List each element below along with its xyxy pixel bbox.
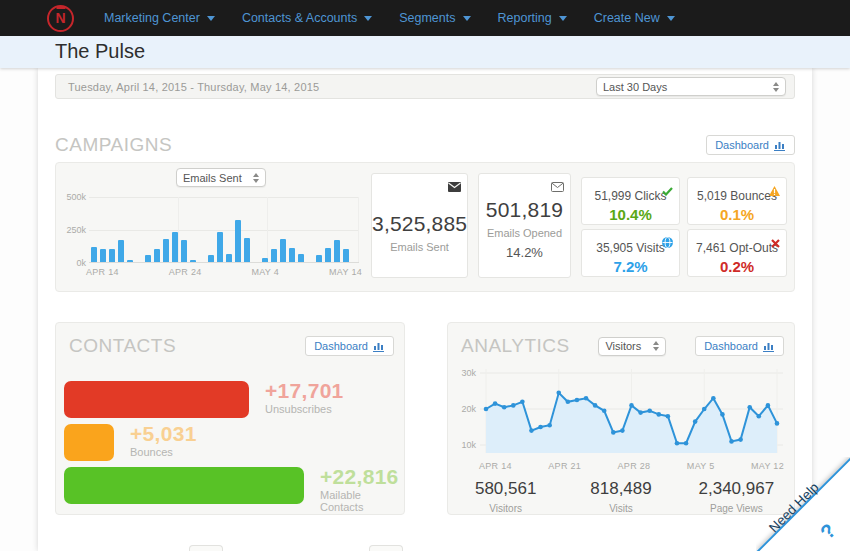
emails-opened-label: Emails Opened <box>479 227 570 239</box>
campaigns-bars <box>91 197 359 262</box>
brand-logo[interactable]: N <box>47 5 74 32</box>
nav-item-label: Segments <box>399 11 455 25</box>
unsubscribes-label: Unsubscribes <box>265 403 344 415</box>
campaigns-chart-x-axis: APR 14APR 24MAY 4MAY 14 <box>86 267 362 277</box>
campaigns-section-title: CAMPAIGNS <box>55 134 172 156</box>
nav-menu: Marketing Center Contacts & Accounts Seg… <box>104 11 702 25</box>
visitors-label: Visitors <box>448 503 563 514</box>
envelope-filled-icon <box>448 178 461 196</box>
visits-rate: 7.2% <box>582 258 679 275</box>
emails-sent-card: 3,525,885 Emails Sent <box>371 173 468 278</box>
campaigns-bar-chart <box>89 197 359 263</box>
bounces-rate: 0.1% <box>688 206 786 223</box>
visits-label: Visits <box>563 503 678 514</box>
emails-opened-value: 501,819 <box>479 198 570 222</box>
analytics-chart-x-axis: APR 14APR 21APR 28MAY 5MAY 12 <box>478 461 785 471</box>
caret-down-icon <box>207 16 215 21</box>
analytics-dashboard-button[interactable]: Dashboard <box>695 336 784 356</box>
analytics-panel: ANALYTICS Visitors Dashboard 30k20k10k A… <box>447 322 795 515</box>
bounces-value: +5,031 <box>130 424 197 444</box>
visitors-value: 580,561 <box>448 479 563 499</box>
analytics-metric-select-value: Visitors <box>605 340 641 352</box>
analytics-section-title: ANALYTICS <box>461 335 570 357</box>
analytics-chart-y-axis: 30k20k10k <box>450 367 476 459</box>
unsubscribes-value: +17,701 <box>265 381 344 401</box>
main-content: Tuesday, April 14, 2015 - Thursday, May … <box>38 68 812 551</box>
dashboard-button-label: Dashboard <box>704 340 758 352</box>
page-title: The Pulse <box>55 40 145 63</box>
bar-chart-icon <box>774 140 786 151</box>
contacts-section-title: CONTACTS <box>69 335 176 357</box>
need-help-ribbon[interactable]: Need Help ? <box>756 457 850 551</box>
check-icon <box>662 182 673 200</box>
campaigns-chart-y-axis: 0k250k500k <box>60 163 86 293</box>
caret-down-icon <box>559 16 567 21</box>
nav-item-segments[interactable]: Segments <box>399 11 470 25</box>
bar-chart-icon <box>763 341 775 352</box>
contacts-panel: CONTACTS Dashboard +17,701 Unsubscribes … <box>55 322 405 515</box>
dashboard-button-label: Dashboard <box>715 139 769 151</box>
below-fold-card-peek <box>189 545 223 551</box>
campaigns-metric-select[interactable]: Emails Sent <box>176 168 266 187</box>
opt-outs-card: 7,461 Opt-Outs 0.2% <box>687 229 787 277</box>
mailable-contacts-bar <box>64 467 304 504</box>
date-range-text: Tuesday, April 14, 2015 - Thursday, May … <box>68 81 319 93</box>
bounces-label: Bounces <box>130 446 197 458</box>
bounces-bar <box>64 424 114 461</box>
date-range-select[interactable]: Last 30 Days <box>596 77 786 96</box>
stepper-icon <box>253 173 259 183</box>
analytics-header: ANALYTICS Visitors Dashboard <box>461 335 784 357</box>
bounces-card: 5,019 Bounces 0.1% <box>687 177 787 225</box>
bar-chart-icon <box>373 341 385 352</box>
visitors-stat: 580,561 Visitors <box>448 479 563 514</box>
below-fold-card-peek <box>369 545 403 551</box>
emails-sent-label: Emails Sent <box>372 241 467 253</box>
nav-item-marketing-center[interactable]: Marketing Center <box>104 11 215 25</box>
clicks-rate: 10.4% <box>582 206 679 223</box>
stepper-icon <box>773 82 779 92</box>
campaigns-metric-select-value: Emails Sent <box>183 172 242 184</box>
mailable-contacts-row: +22,816 Mailable Contacts <box>64 467 396 504</box>
mailable-contacts-label: Mailable Contacts <box>320 489 399 513</box>
visits-stat: 818,489 Visits <box>563 479 678 514</box>
emails-opened-rate: 14.2% <box>479 245 570 260</box>
unsubscribes-bar <box>64 381 249 418</box>
bounces-text: +5,031 Bounces <box>130 424 197 458</box>
mailable-contacts-value: +22,816 <box>320 467 399 487</box>
campaigns-header: CAMPAIGNS Dashboard <box>55 134 795 156</box>
opt-outs-rate: 0.2% <box>688 258 786 275</box>
clicks-card: 51,999 Clicks 10.4% <box>581 177 680 225</box>
nav-item-contacts-accounts[interactable]: Contacts & Accounts <box>242 11 372 25</box>
page-title-band: The Pulse <box>0 36 850 68</box>
nav-item-create-new[interactable]: Create New <box>594 11 675 25</box>
stepper-icon <box>653 341 659 351</box>
nav-item-reporting[interactable]: Reporting <box>498 11 567 25</box>
visits-card: 35,905 Visits 7.2% <box>581 229 680 277</box>
nav-item-label: Contacts & Accounts <box>242 11 357 25</box>
caret-down-icon <box>364 16 372 21</box>
visits-value: 818,489 <box>563 479 678 499</box>
dashboard-button-label: Dashboard <box>314 340 368 352</box>
analytics-metric-select[interactable]: Visitors <box>598 337 666 356</box>
nav-item-label: Marketing Center <box>104 11 200 25</box>
nav-item-label: Create New <box>594 11 660 25</box>
globe-icon <box>662 234 673 252</box>
x-icon <box>771 234 780 252</box>
campaigns-panel: Emails Sent 0k250k500k APR 14APR 24MAY 4… <box>55 162 795 292</box>
caret-down-icon <box>463 16 471 21</box>
analytics-stats-row: 580,561 Visitors 818,489 Visits 2,340,96… <box>448 479 794 514</box>
bounces-row: +5,031 Bounces <box>64 424 396 461</box>
envelope-outline-icon <box>551 178 564 196</box>
warning-icon <box>769 182 780 200</box>
top-nav: N Marketing Center Contacts & Accounts S… <box>0 0 850 36</box>
contacts-dashboard-button[interactable]: Dashboard <box>305 336 394 356</box>
unsubscribes-row: +17,701 Unsubscribes <box>64 381 396 418</box>
emails-opened-card: 501,819 Emails Opened 14.2% <box>478 173 571 278</box>
unsubscribes-text: +17,701 Unsubscribes <box>265 381 344 415</box>
analytics-line-chart <box>478 367 785 459</box>
campaigns-dashboard-button[interactable]: Dashboard <box>706 135 795 155</box>
emails-sent-value: 3,525,885 <box>372 212 467 236</box>
mailable-contacts-text: +22,816 Mailable Contacts <box>320 467 399 513</box>
caret-down-icon <box>667 16 675 21</box>
date-range-bar: Tuesday, April 14, 2015 - Thursday, May … <box>55 74 795 99</box>
